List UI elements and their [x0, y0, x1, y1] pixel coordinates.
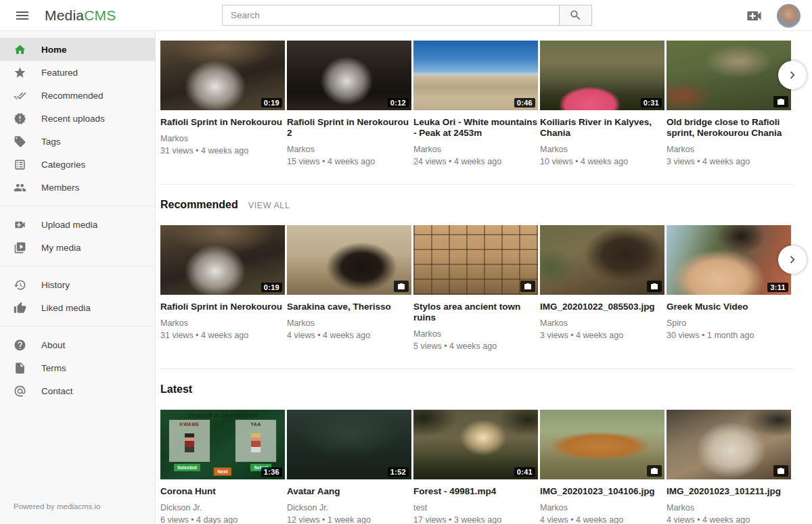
media-thumbnail[interactable]: [667, 410, 791, 479]
sidebar-item-about[interactable]: About: [0, 333, 155, 356]
card-row: Choose a Character Kwame Yaa Selected Ne…: [160, 410, 812, 524]
media-thumbnail[interactable]: [540, 410, 664, 479]
media-card[interactable]: 3:11 Greek Music Video Spiro 30 views • …: [667, 225, 791, 351]
media-thumbnail[interactable]: 0:19: [160, 41, 285, 110]
sidebar-item-contact[interactable]: Contact: [0, 379, 155, 402]
duration-badge: 1:52: [388, 467, 409, 477]
media-author[interactable]: Markos: [667, 145, 791, 154]
media-card[interactable]: 0:41 Forest - 49981.mp4 test 17 views • …: [413, 410, 538, 524]
sidebar-item-label: Recent uploads: [41, 114, 105, 124]
media-thumbnail[interactable]: [540, 225, 664, 295]
media-thumbnail[interactable]: 3:11: [667, 225, 791, 295]
sidebar-item-recommended[interactable]: Recommended: [0, 84, 155, 107]
sidebar-nav: HomeFeaturedRecommendedRecent uploadsTag…: [0, 31, 155, 402]
avatar[interactable]: [777, 4, 800, 28]
duration-badge: 0:46: [514, 98, 535, 108]
media-card[interactable]: 0:31 Koiliaris River in Kalyves, Chania …: [540, 41, 664, 166]
media-author[interactable]: Dickson Jr.: [287, 503, 411, 513]
media-meta: 4 views • 4 weeks ago: [667, 515, 791, 524]
sidebar-item-tags[interactable]: Tags: [0, 130, 155, 153]
sidebar-item-history[interactable]: History: [0, 273, 155, 296]
media-title[interactable]: Old bridge close to Rafioli sprint, Nero…: [667, 117, 791, 139]
media-title[interactable]: IMG_20201022_085503.jpg: [540, 302, 664, 312]
scroll-right-button[interactable]: [778, 245, 807, 274]
media-card[interactable]: IMG_20201023_104106.jpg Markos 4 views •…: [540, 410, 664, 524]
media-card[interactable]: 0:12 Rafioli Sprint in Nerokourou 2 Mark…: [287, 41, 411, 166]
view-all-link[interactable]: VIEW ALL: [248, 201, 290, 210]
media-card[interactable]: 0:19 Rafioli Sprint in Nerokourou Markos…: [160, 41, 285, 166]
sidebar-item-my-media[interactable]: My media: [0, 236, 155, 259]
media-author[interactable]: Markos: [160, 318, 285, 328]
video-call-icon: [745, 7, 763, 25]
media-author[interactable]: Dickson Jr.: [160, 503, 285, 513]
logo[interactable]: MediaCMS: [45, 7, 116, 24]
media-thumbnail[interactable]: 0:31: [540, 41, 664, 110]
sidebar-item-categories[interactable]: Categories: [0, 153, 155, 176]
camera-icon: [777, 98, 785, 106]
media-title[interactable]: Stylos area ancient town ruins: [413, 302, 538, 323]
media-author[interactable]: test: [413, 503, 538, 513]
media-card[interactable]: IMG_20201023_101211.jpg Markos 4 views •…: [667, 410, 791, 524]
media-title[interactable]: Leuka Ori - White mountains - Peak at 24…: [413, 117, 538, 139]
scroll-right-button[interactable]: [778, 61, 807, 89]
media-title[interactable]: IMG_20201023_101211.jpg: [667, 486, 791, 497]
media-thumbnail[interactable]: Choose a Character Kwame Yaa Selected Ne…: [160, 410, 285, 479]
sidebar-item-label: Members: [41, 183, 79, 193]
sidebar-item-liked-media[interactable]: Liked media: [0, 296, 155, 319]
media-author[interactable]: Markos: [287, 318, 411, 328]
photo-badge: [647, 465, 662, 477]
duration-badge: 0:12: [388, 98, 409, 108]
media-title[interactable]: Corona Hunt: [160, 486, 285, 497]
media-author[interactable]: Markos: [667, 503, 791, 513]
media-card[interactable]: Sarakina cave, Therisso Markos 4 views •…: [287, 225, 411, 351]
sidebar-item-home[interactable]: Home: [0, 38, 155, 61]
media-thumbnail[interactable]: 0:12: [287, 41, 411, 110]
menu-button[interactable]: [12, 5, 33, 26]
media-title[interactable]: Koiliaris River in Kalyves, Chania: [540, 117, 664, 139]
sidebar-item-recent-uploads[interactable]: Recent uploads: [0, 107, 155, 130]
media-thumbnail[interactable]: 1:52: [287, 410, 411, 479]
media-card[interactable]: 0:46 Leuka Ori - White mountains - Peak …: [413, 41, 538, 166]
media-card[interactable]: Old bridge close to Rafioli sprint, Nero…: [667, 41, 791, 166]
game-heading: Choose a Character: [160, 412, 285, 419]
search-input[interactable]: [223, 5, 559, 25]
media-title[interactable]: Greek Music Video: [667, 302, 791, 312]
search-button[interactable]: [559, 5, 591, 25]
sidebar-item-featured[interactable]: Featured: [0, 61, 155, 84]
sidebar-item-terms[interactable]: Terms: [0, 356, 155, 379]
sidebar-item-upload-media[interactable]: Upload media: [0, 213, 155, 236]
media-title[interactable]: Sarakina cave, Therisso: [287, 302, 411, 312]
media-author[interactable]: Markos: [287, 145, 411, 154]
media-title[interactable]: Rafioli Sprint in Nerokourou 2: [287, 117, 411, 139]
sidebar-divider: [0, 266, 155, 266]
media-thumbnail[interactable]: 0:46: [413, 41, 538, 110]
media-title[interactable]: IMG_20201023_104106.jpg: [540, 486, 664, 497]
media-card[interactable]: 0:19 Rafioli Sprint in Nerokourou Markos…: [160, 225, 285, 351]
media-author[interactable]: Markos: [413, 145, 538, 154]
media-thumbnail[interactable]: [287, 225, 411, 295]
media-title[interactable]: Rafioli Sprint in Nerokourou: [160, 302, 285, 312]
media-author[interactable]: Markos: [540, 318, 664, 328]
media-title[interactable]: Rafioli Sprint in Nerokourou: [160, 117, 285, 128]
home-icon: [14, 43, 26, 56]
upload-media-button[interactable]: [742, 4, 766, 28]
media-author[interactable]: Markos: [413, 329, 538, 339]
sidebar-item-members[interactable]: Members: [0, 176, 155, 199]
media-meta: 24 views • 4 weeks ago: [413, 157, 538, 166]
media-card[interactable]: Stylos area ancient town ruins Markos 5 …: [413, 225, 538, 351]
media-author[interactable]: Markos: [540, 145, 664, 154]
media-thumbnail[interactable]: [667, 41, 791, 110]
media-thumbnail[interactable]: [413, 225, 538, 295]
media-title[interactable]: Forest - 49981.mp4: [413, 486, 538, 497]
media-thumbnail[interactable]: 0:19: [160, 225, 285, 295]
media-meta: 6 views • 4 days ago: [160, 515, 285, 524]
media-author[interactable]: Spiro: [667, 318, 791, 328]
duration-badge: 3:11: [767, 283, 788, 292]
media-card[interactable]: IMG_20201022_085503.jpg Markos 3 views •…: [540, 225, 664, 351]
media-card[interactable]: 1:52 Avatar Aang Dickson Jr. 12 views • …: [287, 410, 411, 524]
media-author[interactable]: Markos: [540, 503, 664, 513]
media-card[interactable]: Choose a Character Kwame Yaa Selected Ne…: [160, 410, 285, 524]
media-title[interactable]: Avatar Aang: [287, 486, 411, 497]
media-author[interactable]: Markos: [160, 134, 285, 143]
media-thumbnail[interactable]: 0:41: [413, 410, 538, 479]
